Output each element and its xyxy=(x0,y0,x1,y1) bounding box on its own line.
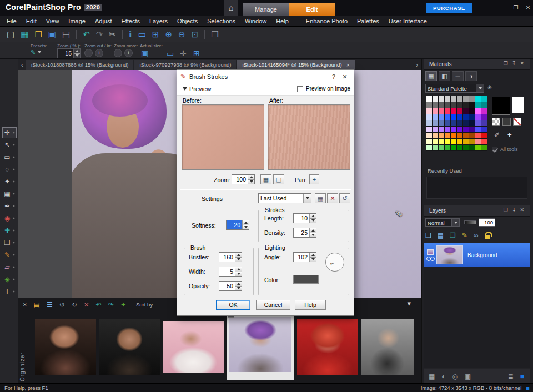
swatches-tab[interactable]: ▦ xyxy=(425,71,437,81)
color-swatch[interactable] xyxy=(469,127,475,132)
spin-up-button[interactable] xyxy=(248,175,254,179)
color-swatch[interactable] xyxy=(445,139,450,144)
close-icon[interactable]: ✕ xyxy=(520,207,524,213)
zoom-in-button[interactable]: + xyxy=(95,49,103,57)
spin-up-button[interactable] xyxy=(235,282,242,286)
color-swatch[interactable] xyxy=(445,133,450,138)
color-swatch[interactable] xyxy=(481,145,487,150)
palette-options-icon[interactable]: ✳ xyxy=(487,84,492,91)
document-tab-3-active[interactable]: iStock-1014165094* @ 15% (Background)✕ xyxy=(237,60,355,70)
blend-mode-select[interactable]: Normal xyxy=(425,218,460,227)
organizer-thumbnail-6[interactable] xyxy=(361,319,414,375)
reset-preset-button[interactable]: ↺ xyxy=(339,193,350,203)
angle-spinner[interactable]: 102 xyxy=(293,252,316,262)
materials-header[interactable]: Materials ❐ ↧ ✕ xyxy=(424,59,530,70)
document-tab-2[interactable]: iStock-970927938 @ 9% (Background) xyxy=(134,60,236,70)
spin-up-button[interactable] xyxy=(310,228,316,233)
angle-dial[interactable]: ← xyxy=(325,253,344,272)
color-swatch[interactable] xyxy=(457,145,462,150)
pin-icon[interactable]: ↧ xyxy=(512,61,516,66)
menu-adjust[interactable]: Adjust xyxy=(95,18,112,24)
document-tab-1[interactable]: iStock-1018087886 @ 15% (Background) xyxy=(26,60,133,70)
color-swatch[interactable] xyxy=(469,108,475,114)
lighting-color-swatch[interactable] xyxy=(293,275,319,284)
color-swatch[interactable] xyxy=(469,120,475,126)
panel-menu-icon[interactable]: ❐ xyxy=(504,207,508,213)
minimize-button[interactable]: — xyxy=(496,0,509,16)
help-button[interactable]: Help xyxy=(295,300,326,310)
no-color-swatch[interactable] xyxy=(513,118,521,126)
dialog-title-bar[interactable]: ✎ Brush Strokes ? ✕ xyxy=(177,70,354,83)
color-swatch[interactable] xyxy=(463,127,469,132)
tab-scroll-left[interactable]: ‹ xyxy=(18,60,26,70)
spin-up-button[interactable] xyxy=(310,253,316,257)
color-swatch[interactable] xyxy=(426,127,432,132)
color-swatch[interactable] xyxy=(463,133,469,138)
color-swatch[interactable] xyxy=(475,114,481,120)
menu-file[interactable]: File xyxy=(7,18,17,24)
pan-button[interactable]: + xyxy=(309,174,319,184)
after-preview[interactable] xyxy=(268,104,350,170)
crop-tool[interactable]: ▦ xyxy=(3,189,16,199)
color-swatch[interactable] xyxy=(451,96,456,102)
color-swatch[interactable] xyxy=(481,114,487,120)
makeover-tool[interactable]: ✚ xyxy=(3,225,16,235)
tab-scroll-right[interactable]: › xyxy=(413,60,421,70)
color-swatch[interactable] xyxy=(433,127,438,132)
color-swatch[interactable] xyxy=(457,139,462,144)
palette-select[interactable]: Standard Palette xyxy=(425,84,484,93)
opacity-value[interactable]: 100 xyxy=(479,218,495,227)
preview-toggle[interactable]: Preview xyxy=(189,86,211,92)
color-swatch[interactable] xyxy=(469,139,475,144)
visibility-icon[interactable] xyxy=(426,257,435,260)
color-swatch[interactable] xyxy=(457,96,462,102)
clone-brush-tool[interactable]: ❏ xyxy=(3,238,16,248)
menu-view[interactable]: View xyxy=(46,18,59,24)
dropper-icon[interactable]: ✐ xyxy=(494,131,500,139)
color-swatch[interactable] xyxy=(481,120,487,126)
color-swatch[interactable] xyxy=(451,139,456,144)
flood-fill-tool[interactable]: ◈ xyxy=(3,274,16,284)
color-swatch[interactable] xyxy=(433,145,438,150)
color-swatch[interactable] xyxy=(475,127,481,132)
opacity-spinner[interactable]: 50 xyxy=(219,281,242,291)
color-swatch[interactable] xyxy=(426,102,432,108)
color-swatch[interactable] xyxy=(451,133,456,138)
spin-down-button[interactable] xyxy=(310,257,316,262)
image-size-icon[interactable]: ▭ xyxy=(138,30,146,38)
menu-edit[interactable]: Edit xyxy=(26,18,37,24)
color-swatch[interactable] xyxy=(475,120,481,126)
color-swatch[interactable] xyxy=(469,114,475,120)
color-swatch[interactable] xyxy=(433,139,438,144)
thumbnail-view-icon[interactable]: ▤ xyxy=(34,301,40,309)
softness-spinner[interactable]: 20 xyxy=(226,220,249,230)
layer-name[interactable]: Background xyxy=(467,252,497,258)
color-swatch[interactable] xyxy=(457,127,462,132)
wheel-tab[interactable]: ◑ xyxy=(465,71,477,81)
opacity-slider[interactable] xyxy=(464,220,476,224)
color-swatch[interactable] xyxy=(451,114,456,120)
color-swatch[interactable] xyxy=(457,108,462,114)
grid-view-icon[interactable]: ▦ xyxy=(429,373,435,380)
workspace-tab-edit[interactable]: Edit xyxy=(289,3,335,16)
spin-down-button[interactable] xyxy=(235,272,242,277)
navigate-preview-button[interactable]: ▢ xyxy=(273,174,284,184)
info-icon[interactable]: ℹ xyxy=(129,30,132,38)
color-swatch[interactable] xyxy=(439,127,444,132)
zoom-out-more-button[interactable]: − xyxy=(114,49,122,57)
menu-window[interactable]: Window xyxy=(245,18,266,24)
purchase-button[interactable]: PURCHASE xyxy=(426,3,472,13)
close-button[interactable]: ✕ xyxy=(522,0,533,16)
menu-effects[interactable]: Effects xyxy=(122,18,140,24)
spin-down-button[interactable] xyxy=(310,233,316,238)
edit-selection-icon[interactable]: ✎ xyxy=(462,232,467,239)
presets-dropdown[interactable]: ✎ xyxy=(31,49,42,56)
color-swatch[interactable] xyxy=(469,145,475,150)
notification-icon[interactable]: ■ xyxy=(526,385,530,391)
organizer-thumbnail-4-selected[interactable]: i xyxy=(227,314,294,380)
blend-range-icon[interactable]: ◐ xyxy=(441,373,445,380)
menu-enhance-photo[interactable]: Enhance Photo xyxy=(306,18,348,24)
menu-lines-icon[interactable]: ≣ xyxy=(508,373,514,380)
color-swatch[interactable] xyxy=(439,145,444,150)
paint-brush-tool[interactable]: ✎ xyxy=(3,250,16,260)
